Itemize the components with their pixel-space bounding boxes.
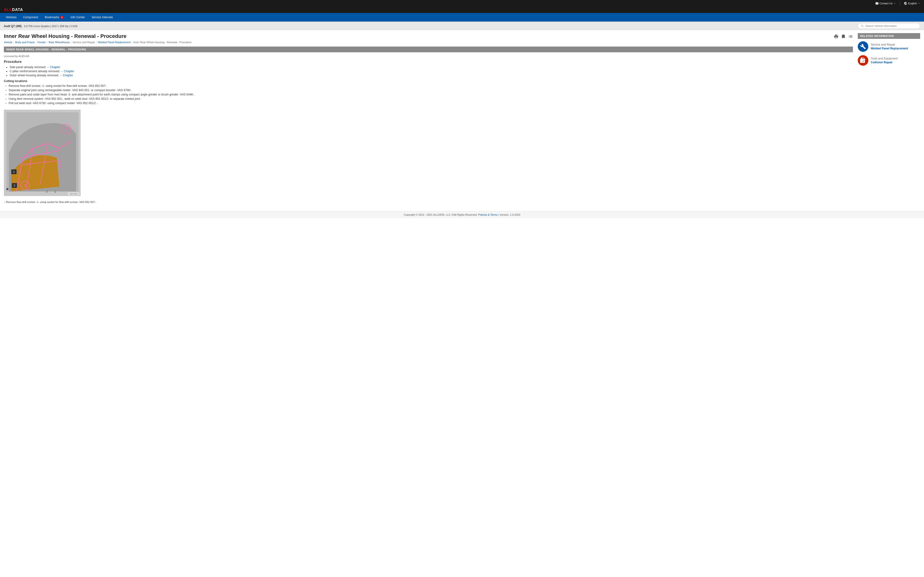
svg-text:2: 2 — [46, 190, 48, 193]
print-icon[interactable] — [834, 34, 839, 39]
contact-us-button[interactable]: Contact Us — [875, 2, 896, 5]
nav-vehicles-label: Vehicles — [6, 16, 16, 19]
breadcrumb-rear-wheelhouse[interactable]: Rear Wheelhouse — [49, 41, 70, 44]
chapter-link-1[interactable]: → Chapter — [46, 66, 60, 69]
bullet-item-2: C-pillar reinforcement already removed →… — [10, 69, 853, 73]
breadcrumb-vehicle[interactable]: Vehicle — [4, 41, 12, 44]
svg-text:⚙: ⚙ — [24, 184, 27, 187]
search-icon — [861, 24, 864, 27]
svg-text:1: 1 — [55, 190, 56, 193]
dash-item-3: Remove paint and oxide layer from rivet … — [9, 93, 853, 96]
bookmark-icon[interactable] — [841, 34, 846, 39]
nav-bookmarks[interactable]: Bookmarks 6 — [42, 14, 67, 20]
article: Inner Rear Wheel Housing - Renewal - Pro… — [4, 33, 853, 203]
nav-component-label: Component — [23, 16, 38, 19]
nav-info-center-label: Info Center — [71, 16, 85, 19]
svg-text:2: 2 — [14, 184, 15, 187]
page-title-row: Inner Rear Wheel Housing - Renewal - Pro… — [4, 33, 853, 39]
dash-item-5: Pull out weld stud -VAS 6792- using comp… — [9, 102, 853, 105]
nav-service-intervals-label: Service Intervals — [92, 16, 113, 19]
footer-copyright: Copyright © 2012 - 2021 ALLDATA, LLC ©Al… — [404, 213, 477, 216]
logo-bar: ALLDATA — [0, 7, 924, 13]
prerequisite-list: Side panel already removed → Chapter C-p… — [4, 66, 853, 77]
related-text-tools-equipment: Tools and Equipment Collision Repair — [871, 57, 898, 64]
procedure-heading: Procedure — [4, 60, 853, 64]
footer-version: | Version: 1.0.4203 — [498, 213, 520, 216]
breadcrumb-body-frame[interactable]: Body and Frame — [15, 41, 35, 44]
footer: Copyright © 2012 - 2021 ALLDATA, LLC ©Al… — [0, 211, 924, 218]
contact-label: Contact Us — [880, 2, 893, 5]
breadcrumb: Vehicle › Body and Frame › Fender › Rear… — [4, 41, 853, 44]
nav-vehicles[interactable]: Vehicles — [3, 14, 19, 20]
toolbox-icon — [860, 58, 866, 63]
footer-policies-link[interactable]: Policies & Terms — [478, 213, 498, 216]
section-header: INNER REAR WHEEL HOUSING - RENEWAL - PRO… — [4, 47, 853, 52]
top-bar: Contact Us English — [0, 0, 924, 7]
bullet-item-1: Side panel already removed → Chapter — [10, 66, 853, 69]
search-box[interactable] — [858, 23, 920, 29]
bullet-item-3: Outer wheel housing already removed → Ch… — [10, 74, 853, 77]
breadcrumb-fender[interactable]: Fender — [37, 41, 46, 44]
diagram-caption: – Remove flow-drill screws -1- using soc… — [4, 201, 853, 203]
chapter-link-3[interactable]: → Chapter — [59, 74, 73, 77]
related-item-service-repair[interactable]: Service and Repair Welded Panel Replacem… — [858, 41, 920, 52]
related-item-tools-equipment[interactable]: Tools and Equipment Collision Repair — [858, 55, 920, 66]
search-input[interactable] — [866, 24, 917, 27]
svg-text:A31-1223: A31-1223 — [70, 193, 77, 195]
dash-item-1: Remove flow-drill screws -1- using socke… — [9, 84, 853, 87]
nav-bar: Vehicles Component Bookmarks 6 Info Cent… — [0, 13, 924, 22]
cutting-list: Remove flow-drill screws -1- using socke… — [4, 84, 853, 105]
wrench-icon — [860, 44, 866, 50]
service-repair-icon — [858, 41, 868, 52]
language-button[interactable]: English — [904, 2, 920, 5]
dash-item-4: Using dent removal system -VAS 852 001-,… — [9, 97, 853, 100]
nav-bookmarks-label: Bookmarks — [45, 16, 59, 19]
breadcrumb-current: Inner Rear Wheel Housing - Renewal - Pro… — [134, 41, 192, 44]
breadcrumb-service-repair: Service and Repair — [73, 41, 95, 44]
nav-info-center[interactable]: Info Center — [68, 14, 88, 20]
licensed-text: Licensed by AUDI AG — [4, 55, 853, 58]
logo[interactable]: ALLDATA — [4, 8, 23, 12]
list-icon[interactable] — [848, 34, 853, 39]
nav-service-intervals[interactable]: Service Intervals — [89, 14, 116, 20]
bookmarks-badge: 6 — [60, 16, 64, 19]
page-actions — [834, 33, 853, 39]
tools-equipment-icon — [858, 55, 868, 66]
language-label: English — [908, 2, 917, 5]
diagram-container[interactable]: 1 2 2 1 ⚙ ⚙ — [4, 110, 81, 196]
chapter-link-2[interactable]: → Chapter — [60, 69, 74, 73]
svg-text:⚙: ⚙ — [64, 126, 68, 131]
svg-text:1: 1 — [13, 170, 15, 173]
nav-component[interactable]: Component — [20, 14, 41, 20]
dash-item-2: Separate original joint using rechargeab… — [9, 89, 853, 92]
related-header: RELATED INFORMATION — [858, 33, 920, 39]
cutting-title: Cutting locations — [4, 79, 853, 83]
sidebar: RELATED INFORMATION Service and Repair W… — [858, 33, 920, 203]
main-content: Inner Rear Wheel Housing - Renewal - Pro… — [0, 30, 924, 206]
divider — [900, 2, 900, 5]
vehicle-bar: Audi Q7 (4M) 3.0 TDI e-tron Quattro | 20… — [0, 22, 924, 30]
diagram-svg: 1 2 2 1 ⚙ ⚙ — [4, 110, 81, 196]
vehicle-info: Audi Q7 (4M) 3.0 TDI e-tron Quattro | 20… — [4, 24, 77, 28]
page-title: Inner Rear Wheel Housing - Renewal - Pro… — [4, 33, 834, 39]
breadcrumb-welded-panel[interactable]: Welded Panel Replacement — [98, 41, 131, 44]
vehicle-title: Audi Q7 (4M) 3.0 TDI e-tron Quattro | 20… — [4, 24, 77, 28]
related-text-service-repair: Service and Repair Welded Panel Replacem… — [871, 43, 908, 50]
